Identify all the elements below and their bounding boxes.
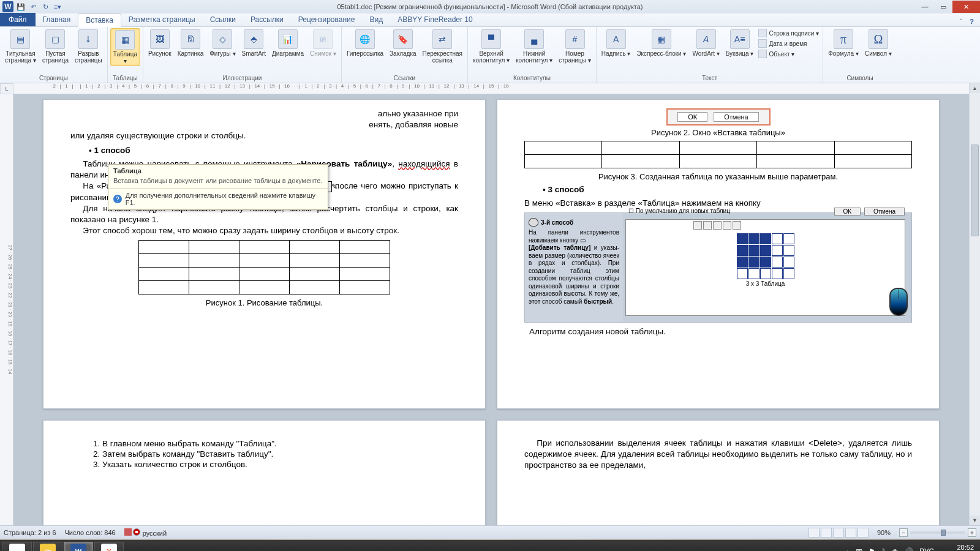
table-grid-picker xyxy=(737,233,794,279)
table-button[interactable]: ▦Таблица ▾ xyxy=(110,28,140,66)
quickparts-button[interactable]: ▦Экспресс-блоки ▾ xyxy=(634,28,688,58)
shapes-button[interactable]: ◇Фигуры ▾ xyxy=(207,28,238,58)
zoom-percent[interactable]: 90% xyxy=(877,529,891,536)
customize-qat-icon[interactable]: ≡▾ xyxy=(53,2,62,12)
view-print-layout-button[interactable] xyxy=(809,528,820,538)
zoom-in-button[interactable]: + xyxy=(968,528,976,537)
cover-page-button[interactable]: ▤Титульная страница ▾ xyxy=(2,28,39,65)
horizontal-ruler[interactable]: · 2 · | · 1 · | · · | · 1 · | · 2 · | · … xyxy=(13,83,969,94)
zoom-thumb[interactable] xyxy=(941,530,946,536)
view-web-button[interactable] xyxy=(833,528,844,538)
zoom-track[interactable] xyxy=(910,531,965,534)
doc-text: Алгоритм создания новой таблицы. xyxy=(524,326,912,337)
scroll-up-icon[interactable]: ▲ xyxy=(970,83,980,93)
tray-network-icon[interactable]: ⚑ xyxy=(869,547,875,551)
doc-caption: Рисунок 1. Рисование таблицы. xyxy=(70,298,458,307)
dropcap-button[interactable]: A≡Буквица ▾ xyxy=(723,28,756,58)
pages-viewport[interactable]: ально указанное при енять, добавляя новы… xyxy=(13,94,969,525)
file-tab[interactable]: Файл xyxy=(0,13,36,26)
clipart-button[interactable]: 🖻Картинка xyxy=(175,28,206,58)
equation-button[interactable]: πФормула ▾ xyxy=(826,28,861,58)
tray-action-center-icon[interactable]: ▥ xyxy=(856,547,862,551)
redo-icon[interactable]: ↻ xyxy=(40,2,50,12)
footer-button[interactable]: ▄Нижний колонтитул ▾ xyxy=(513,28,555,65)
status-words[interactable]: Число слов: 846 xyxy=(65,529,116,536)
vertical-ruler[interactable]: 27 · 26 · 25 · 24 · 23 · 22 · 21 · 20 · … xyxy=(0,94,13,525)
ruler-corner[interactable]: L xyxy=(0,83,13,94)
screenshot-button[interactable]: ⎚Снимок ▾ xyxy=(307,28,339,58)
zoom-out-button[interactable]: − xyxy=(899,528,908,537)
tab-page-layout[interactable]: Разметка страницы xyxy=(121,13,203,26)
minimize-ribbon-icon[interactable]: ˇ xyxy=(958,17,965,26)
chart-button[interactable]: 📊Диаграмма xyxy=(270,28,306,58)
symbol-button[interactable]: ΩСимвол ▾ xyxy=(862,28,894,58)
tray-language[interactable]: РУС xyxy=(919,547,934,551)
tab-insert[interactable]: Вставка xyxy=(78,13,121,27)
tray-chevron-icon[interactable]: ▴ xyxy=(846,547,850,551)
scroll-thumb[interactable] xyxy=(971,144,979,236)
page-3[interactable]: В главном меню выбрать команду "Таблица"… xyxy=(43,420,486,525)
cover-page-icon: ▤ xyxy=(10,29,30,49)
doc-text: При использовании выделения ячеек таблиц… xyxy=(524,438,912,471)
undo-icon[interactable]: ↶ xyxy=(28,2,38,12)
page-break-icon: ⤓ xyxy=(78,29,98,49)
equation-icon: π xyxy=(834,29,853,49)
ribbon-tabs: Файл Главная Вставка Разметка страницы С… xyxy=(0,13,980,27)
embedded-figure: 3-й способ На панели инструментов нажима… xyxy=(524,212,912,323)
close-button[interactable]: ✕ xyxy=(952,1,980,13)
start-button[interactable]: ⊞ xyxy=(2,542,32,551)
language-icon xyxy=(133,528,140,536)
page-break-button[interactable]: ⤓Разрыв страницы xyxy=(72,28,105,65)
group-symbols: πФормула ▾ ΩСимвол ▾ Символы xyxy=(823,27,897,83)
view-outline-button[interactable] xyxy=(845,528,856,538)
tab-home[interactable]: Главная xyxy=(36,13,78,26)
scroll-down-icon[interactable]: ▼ xyxy=(970,515,980,525)
header-button[interactable]: ▀Верхний колонтитул ▾ xyxy=(470,28,512,65)
title-bar: W 💾 ↶ ↻ ≡▾ 05tabl1.doc [Режим ограниченн… xyxy=(0,0,980,13)
tab-abbyy[interactable]: ABBYY FineReader 10 xyxy=(390,13,480,26)
save-icon[interactable]: 💾 xyxy=(16,2,26,12)
minimize-button[interactable]: — xyxy=(916,1,934,13)
list-item: Затем выбрать команду "Вставить таблицу"… xyxy=(102,449,458,459)
page-2[interactable]: ОК Отмена Рисунок 2. Окно «Вставка табли… xyxy=(497,99,940,409)
signature-line-button[interactable]: Строка подписи ▾ xyxy=(757,28,820,38)
status-lang[interactable]: русский xyxy=(124,528,167,537)
picture-button[interactable]: 🖼Рисунок xyxy=(146,28,174,58)
yandex-taskbar-button[interactable]: Y xyxy=(94,542,124,551)
textbox-button[interactable]: AНадпись ▾ xyxy=(599,28,633,58)
maximize-button[interactable]: ▭ xyxy=(934,1,952,13)
word-logo-icon[interactable]: W xyxy=(2,1,13,12)
tray-volume-icon[interactable]: 🔊 xyxy=(904,547,913,551)
bookmark-button[interactable]: 🔖Закладка xyxy=(387,28,418,58)
status-page[interactable]: Страница: 2 из 6 xyxy=(4,529,56,536)
view-fullscreen-button[interactable] xyxy=(821,528,832,538)
tray-clock[interactable]: 20:52 11.12.2017 xyxy=(940,544,974,551)
explorer-taskbar-button[interactable]: 🗂 xyxy=(33,542,62,551)
view-draft-button[interactable] xyxy=(858,528,869,538)
hyperlink-button[interactable]: 🌐Гиперссылка xyxy=(344,28,386,58)
tab-mailings[interactable]: Рассылки xyxy=(243,13,291,26)
wordart-button[interactable]: AWordArt ▾ xyxy=(690,28,722,58)
cross-ref-icon: ⇄ xyxy=(432,29,452,49)
word-taskbar-button[interactable]: W xyxy=(64,542,93,551)
page-1[interactable]: ально указанное при енять, добавляя новы… xyxy=(43,99,486,409)
doc-caption: Рисунок 3. Созданная таблица по указанны… xyxy=(524,172,912,181)
cross-ref-button[interactable]: ⇄Перекрестная ссылка xyxy=(420,28,465,65)
date-time-button[interactable]: Дата и время xyxy=(757,39,820,48)
header-icon: ▀ xyxy=(481,29,501,49)
tray-wifi-icon[interactable]: ◉ xyxy=(892,547,898,551)
object-button[interactable]: Объект ▾ xyxy=(757,49,820,59)
blank-page-button[interactable]: ▢Пустая страница xyxy=(40,28,71,65)
vertical-scrollbar[interactable]: ▲ ▼ xyxy=(969,83,980,525)
smartart-button[interactable]: ⬘SmartArt xyxy=(239,28,268,58)
tab-review[interactable]: Рецензирование xyxy=(291,13,363,26)
object-icon xyxy=(758,50,767,58)
tab-view[interactable]: Вид xyxy=(362,13,390,26)
page-number-button[interactable]: #Номер страницы ▾ xyxy=(556,28,594,65)
page-4[interactable]: При использовании выделения ячеек таблиц… xyxy=(497,420,940,525)
help-icon[interactable]: ? xyxy=(967,17,976,26)
tooltip-title: Таблица xyxy=(108,165,328,176)
group-pages: ▤Титульная страница ▾ ▢Пустая страница ⤓… xyxy=(0,27,108,83)
tray-bluetooth-icon[interactable]: ᛒ xyxy=(881,547,886,551)
tab-references[interactable]: Ссылки xyxy=(203,13,243,26)
